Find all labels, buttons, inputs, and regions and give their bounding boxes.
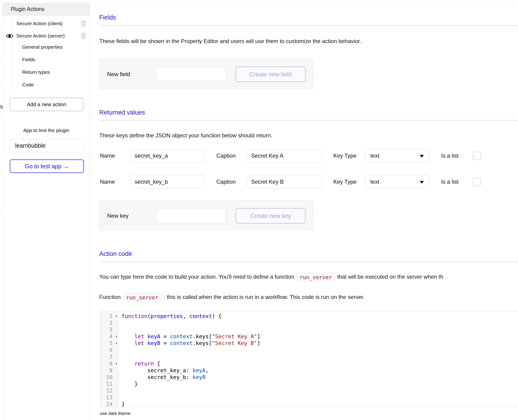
key-type-dropdown[interactable]: text — [366, 149, 429, 163]
sidebar-item-general-properties[interactable]: General properties — [3, 42, 90, 52]
go-to-test-app-button[interactable]: Go to test app → — [10, 159, 84, 173]
test-app-input[interactable] — [10, 139, 84, 152]
key-caption-input[interactable] — [247, 175, 322, 188]
code-line[interactable] — [122, 387, 518, 394]
key-type-value: text — [370, 179, 379, 185]
code-line[interactable]: secret_key_a: keyA, — [122, 367, 518, 374]
divider — [0, 57, 3, 57]
create-new-key-button[interactable]: Create new key — [236, 208, 305, 224]
sidebar-item-return-types[interactable]: Return types — [3, 68, 90, 77]
caption-label: Caption — [216, 149, 236, 163]
line-number: 14 — [100, 401, 118, 407]
delete-action-icon[interactable] — [80, 33, 86, 39]
key-caption-input[interactable] — [247, 149, 322, 163]
fold-arrow-icon[interactable]: ▾ — [115, 333, 117, 340]
divider — [0, 211, 3, 211]
divider — [0, 30, 3, 30]
caption-label: Caption — [216, 175, 236, 188]
create-new-field-button[interactable]: Create new field — [236, 67, 305, 82]
divider — [0, 113, 3, 114]
background-panel-edge: s — [0, 0, 3, 420]
visible-eye-icon — [5, 33, 14, 39]
line-number: 13 — [100, 394, 118, 401]
line-number: 4▾ — [100, 333, 118, 340]
section-divider — [99, 262, 518, 262]
code-line[interactable]: return { — [122, 360, 518, 367]
code-line[interactable] — [122, 354, 518, 360]
fold-arrow-icon[interactable]: ▾ — [115, 313, 117, 320]
is-a-list-label: Is a list — [441, 175, 459, 188]
divider — [0, 169, 3, 170]
sidebar-item-code[interactable]: Code — [3, 80, 90, 90]
code-line[interactable] — [122, 320, 518, 326]
key-type-label: Key Type — [333, 149, 357, 163]
new-key-label: New key — [107, 201, 129, 231]
action-editor-main: Fields These fields will be shown in the… — [90, 3, 518, 420]
code-editor[interactable]: 1▾234▾5▾678▾91011121314 function(propert… — [100, 311, 518, 407]
code-line[interactable]: function(properties, context) { — [122, 313, 518, 320]
key-name-input[interactable] — [131, 149, 205, 163]
section-label[interactable]: Return types — [22, 69, 50, 75]
action-label[interactable]: Secure Action (server) — [16, 33, 65, 39]
sidebar-item-secure-action-server[interactable]: Secure Action (server) — [3, 31, 90, 40]
action-code-section-title: Action code — [99, 250, 132, 257]
sidebar-title: Plugin Actions — [3, 3, 89, 15]
line-number: 8▾ — [100, 360, 118, 367]
key-type-label: Key Type — [333, 175, 357, 188]
fn-text-before: Function — [99, 294, 121, 300]
code-editor-gutter: 1▾234▾5▾678▾91011121314 — [100, 312, 118, 407]
fn-text-after: : this is called when the action is run … — [164, 294, 365, 300]
code-line[interactable] — [122, 394, 518, 401]
sidebar-item-fields[interactable]: Fields — [3, 55, 90, 64]
plugin-editor-screen: s Plugin Actions Secure Action (client) — [0, 0, 518, 420]
code-line[interactable] — [122, 347, 518, 353]
trash-icon — [81, 20, 86, 27]
code-editor-content[interactable]: function(properties, context) { let keyA… — [118, 312, 518, 407]
new-key-input[interactable] — [156, 209, 226, 223]
returned-values-section-title: Returned values — [99, 109, 145, 116]
is-a-list-checkbox[interactable] — [472, 151, 481, 160]
chevron-down-icon — [420, 181, 424, 184]
line-number: 6 — [100, 347, 118, 353]
is-a-list-checkbox[interactable] — [472, 178, 481, 186]
line-number: 10 — [100, 374, 118, 381]
line-number: 9 — [100, 367, 118, 374]
code-line[interactable]: } — [122, 401, 518, 407]
code-line[interactable] — [122, 326, 518, 333]
returned-values-description: These keys define the JSON object your f… — [99, 132, 272, 139]
add-new-action-button[interactable]: Add a new action — [10, 98, 83, 111]
delete-action-icon[interactable] — [80, 20, 86, 27]
chevron-down-icon — [420, 155, 424, 158]
key-name-input[interactable] — [131, 175, 205, 188]
new-field-label: New field — [107, 59, 130, 90]
intro-text-before: You can type here the code to build your… — [99, 274, 294, 280]
new-field-input[interactable] — [156, 67, 226, 82]
intro-text-after: that will be executed on the server when… — [337, 274, 443, 280]
code-line[interactable]: } — [122, 381, 518, 387]
section-label[interactable]: Fields — [22, 57, 35, 62]
trash-icon — [81, 33, 86, 39]
name-label: Name — [100, 175, 115, 188]
run-server-chip: run_server — [122, 293, 162, 302]
line-number: 11 — [100, 381, 118, 387]
code-line[interactable]: let keyB = context.keys["Secret Key B"] — [122, 340, 518, 347]
fields-description: These fields will be shown in the Proper… — [99, 38, 361, 45]
fields-section-title: Fields — [99, 14, 116, 21]
new-key-panel: New key Create new key — [99, 200, 313, 231]
section-label[interactable]: General properties — [22, 44, 63, 50]
action-label[interactable]: Secure Action (client) — [16, 21, 62, 26]
fold-arrow-icon[interactable]: ▾ — [115, 360, 117, 367]
key-type-dropdown[interactable]: text — [366, 175, 429, 188]
code-line[interactable]: let keyA = context.keys["Secret Key A"] — [122, 333, 518, 340]
fold-arrow-icon[interactable]: ▾ — [115, 340, 117, 347]
section-divider — [99, 25, 518, 26]
returned-key-row: Name Caption Key Type text Is a list — [90, 175, 518, 188]
use-dark-theme-toggle[interactable]: use dark theme — [100, 411, 130, 416]
section-label[interactable]: Code — [22, 82, 34, 88]
new-field-panel: New field Create new field — [99, 59, 313, 89]
section-divider — [99, 120, 518, 120]
eye-icon — [6, 33, 14, 39]
line-number: 12 — [100, 387, 118, 394]
code-line[interactable]: secret_key_b: keyB — [122, 374, 518, 381]
sidebar-item-secure-action-client[interactable]: Secure Action (client) — [3, 19, 90, 28]
